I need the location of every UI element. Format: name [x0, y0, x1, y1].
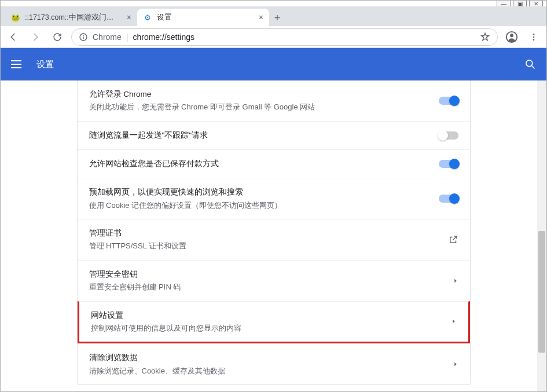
setting-title: 允许网站检查您是否已保存付款方式 — [89, 158, 429, 170]
bookmark-star-icon[interactable] — [480, 32, 490, 42]
external-link-icon[interactable] — [448, 235, 458, 245]
setting-action — [451, 317, 457, 325]
setting-title: 管理安全密钥 — [89, 269, 443, 280]
setting-action — [453, 277, 458, 285]
svg-point-5 — [533, 34, 535, 35]
setting-title: 预加载网页，以便实现更快速的浏览和搜索 — [89, 186, 429, 198]
setting-description: 清除浏览记录、Cookie、缓存及其他数据 — [89, 365, 443, 377]
setting-row: 随浏览流量一起发送"不跟踪"请求 — [78, 121, 470, 149]
toggle-switch[interactable] — [439, 195, 458, 203]
back-button[interactable] — [5, 29, 21, 45]
setting-row: 预加载网页，以便实现更快速的浏览和搜索使用 Cookie 记住您的偏好设置（即使… — [78, 178, 470, 219]
setting-text: 清除浏览数据清除浏览记录、Cookie、缓存及其他数据 — [89, 352, 443, 376]
url-separator: | — [126, 32, 129, 42]
chevron-right-icon — [453, 360, 458, 368]
reload-button[interactable] — [49, 29, 65, 45]
setting-text: 管理安全密钥重置安全密钥并创建 PIN 码 — [89, 269, 443, 293]
url-scheme-label: Chrome — [93, 32, 122, 42]
tab-strip: 🐸 ::17173.com::中国游戏门户站 × ⚙ 设置 × + — [1, 6, 546, 26]
setting-row[interactable]: 网站设置控制网站可使用的信息以及可向您显示的内容 — [78, 301, 470, 344]
toggle-switch[interactable] — [439, 131, 458, 140]
favicon-settings-icon: ⚙ — [143, 13, 152, 22]
setting-text: 网站设置控制网站可使用的信息以及可向您显示的内容 — [91, 310, 442, 334]
setting-action — [439, 131, 458, 140]
svg-point-4 — [510, 34, 513, 37]
tab-title: 设置 — [157, 13, 172, 23]
setting-action — [453, 360, 458, 368]
profile-avatar-icon[interactable] — [504, 29, 520, 45]
menu-button[interactable] — [526, 29, 542, 45]
setting-text: 允许网站检查您是否已保存付款方式 — [89, 158, 429, 170]
setting-description: 控制网站可使用的信息以及可向您显示的内容 — [91, 323, 442, 334]
site-info-icon[interactable] — [79, 32, 88, 42]
svg-point-7 — [533, 39, 535, 41]
svg-line-9 — [532, 66, 535, 69]
forward-button[interactable] — [27, 29, 43, 45]
svg-rect-2 — [83, 36, 83, 39]
new-tab-button[interactable]: + — [269, 10, 285, 26]
scrollbar-thumb[interactable] — [538, 231, 545, 353]
tab-title: ::17173.com::中国游戏门户站 — [25, 13, 118, 23]
setting-row: 允许登录 Chrome关闭此功能后，您无需登录 Chrome 即可登录 Gmai… — [78, 80, 470, 121]
setting-row[interactable]: 管理安全密钥重置安全密钥并创建 PIN 码 — [78, 260, 470, 301]
setting-text: 管理证书管理 HTTPS/SSL 证书和设置 — [89, 228, 439, 252]
setting-action — [439, 195, 458, 203]
setting-row[interactable]: 清除浏览数据清除浏览记录、Cookie、缓存及其他数据 — [78, 343, 470, 384]
hamburger-menu-icon[interactable] — [11, 57, 25, 71]
window-titlebar: — ▣ ✕ — [1, 1, 546, 6]
settings-content: 允许登录 Chrome关闭此功能后，您无需登录 Chrome 即可登录 Gmai… — [1, 80, 546, 391]
setting-description: 使用 Cookie 记住您的偏好设置（即使您不访问这些网页） — [89, 200, 429, 211]
setting-row[interactable]: 管理证书管理 HTTPS/SSL 证书和设置 — [78, 219, 470, 260]
svg-point-8 — [526, 60, 533, 67]
setting-action — [439, 160, 458, 168]
setting-title: 允许登录 Chrome — [89, 89, 429, 100]
address-bar[interactable]: Chrome | chrome://settings — [71, 28, 498, 46]
svg-point-1 — [83, 35, 84, 36]
scrollbar-track[interactable] — [537, 80, 546, 391]
favicon-17173-icon: 🐸 — [11, 13, 20, 22]
setting-action — [448, 235, 458, 245]
chevron-right-icon — [453, 277, 458, 285]
setting-description: 重置安全密钥并创建 PIN 码 — [89, 281, 443, 293]
tab-settings[interactable]: ⚙ 设置 × — [137, 9, 269, 26]
tab-close-icon[interactable]: × — [259, 13, 263, 22]
url-path: chrome://settings — [133, 32, 194, 42]
settings-header: 设置 — [1, 48, 546, 80]
setting-text: 允许登录 Chrome关闭此功能后，您无需登录 Chrome 即可登录 Gmai… — [89, 89, 429, 113]
toggle-switch[interactable] — [439, 160, 458, 168]
toggle-switch[interactable] — [439, 97, 458, 105]
setting-description: 管理 HTTPS/SSL 证书和设置 — [89, 240, 439, 252]
setting-text: 随浏览流量一起发送"不跟踪"请求 — [89, 130, 429, 141]
setting-action — [439, 97, 458, 105]
tab-close-icon[interactable]: × — [127, 13, 131, 22]
svg-point-6 — [533, 36, 535, 38]
tab-17173[interactable]: 🐸 ::17173.com::中国游戏门户站 × — [5, 9, 137, 26]
setting-title: 管理证书 — [89, 228, 439, 239]
setting-title: 随浏览流量一起发送"不跟踪"请求 — [89, 130, 429, 141]
setting-row: 允许网站检查您是否已保存付款方式 — [78, 149, 470, 178]
chevron-right-icon — [451, 317, 457, 325]
setting-text: 预加载网页，以便实现更快速的浏览和搜索使用 Cookie 记住您的偏好设置（即使… — [89, 186, 429, 211]
browser-toolbar: Chrome | chrome://settings — [1, 26, 546, 48]
search-icon[interactable] — [524, 58, 536, 70]
setting-description: 关闭此功能后，您无需登录 Chrome 即可登录 Gmail 等 Google … — [89, 101, 429, 113]
setting-title: 清除浏览数据 — [89, 352, 443, 364]
privacy-settings-panel: 允许登录 Chrome关闭此功能后，您无需登录 Chrome 即可登录 Gmai… — [77, 80, 471, 385]
setting-title: 网站设置 — [91, 310, 442, 321]
page-title: 设置 — [36, 59, 54, 70]
